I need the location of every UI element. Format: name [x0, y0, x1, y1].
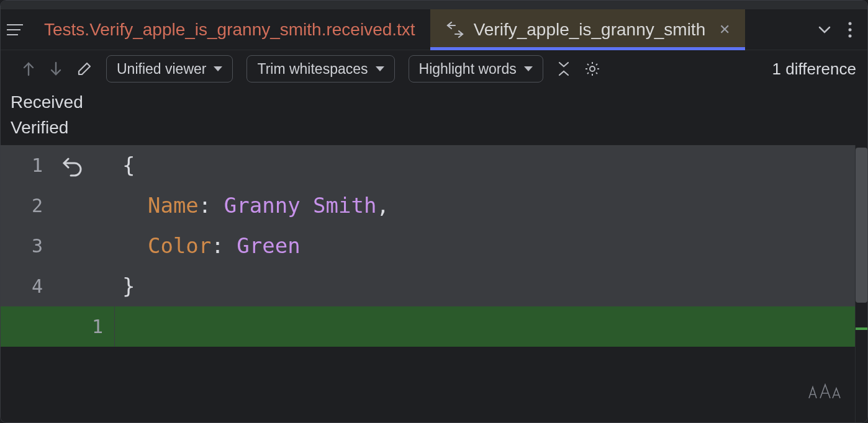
verified-label: Verified [11, 115, 867, 141]
collapse-unchanged-icon[interactable] [557, 61, 571, 77]
json-key: Name [148, 193, 199, 218]
next-diff-icon[interactable] [49, 61, 63, 76]
scrollbar-marker-rail[interactable] [855, 145, 867, 422]
svg-point-5 [849, 22, 852, 25]
titlebar-spacer [1, 1, 867, 9]
diff-count-label: 1 difference [772, 60, 856, 79]
json-key: Color [148, 233, 211, 258]
code-line: 3 Color: Green [1, 226, 855, 266]
json-value: Green [237, 233, 300, 258]
brace-close: } [122, 274, 135, 298]
svg-point-6 [849, 28, 852, 31]
svg-point-7 [849, 34, 852, 37]
tab-received-file[interactable]: Tests.Verify_apple_is_granny_smith.recei… [29, 9, 430, 50]
code-area[interactable]: 1 { 2 Name: Granny Smith, [1, 145, 855, 422]
tab-label: Tests.Verify_apple_is_granny_smith.recei… [44, 20, 415, 40]
file-list-icon[interactable] [1, 9, 29, 50]
tab-verify-diff[interactable]: Verify_apple_is_granny_smith ✕ [430, 9, 746, 50]
highlight-dropdown[interactable]: Highlight words [409, 55, 543, 82]
tab-actions [802, 9, 867, 50]
line-number: 4 [32, 266, 43, 306]
code-line: 2 Name: Granny Smith, [1, 185, 855, 226]
dropdown-label: Unified viewer [117, 61, 206, 78]
svg-point-10 [590, 66, 595, 71]
close-icon[interactable]: ✕ [719, 23, 730, 37]
editor: 1 { 2 Name: Granny Smith, [1, 145, 867, 422]
code-line: 1 { [1, 145, 855, 185]
gutter: 1 [1, 306, 115, 347]
dropdown-label: Highlight words [419, 61, 517, 78]
dropdown-label: Trim whitespaces [257, 61, 368, 78]
chevron-down-icon [376, 66, 384, 71]
rollback-icon[interactable] [58, 154, 83, 177]
brace-open: { [122, 153, 135, 177]
more-vertical-icon[interactable] [848, 21, 852, 38]
prev-diff-icon[interactable] [22, 61, 35, 76]
scrollbar-thumb[interactable] [856, 148, 867, 303]
chevron-down-icon [214, 66, 222, 71]
line-number: 1 [92, 306, 103, 347]
edit-icon[interactable] [76, 61, 93, 77]
diff-toolbar: Unified viewer Trim whitespaces Highligh… [1, 50, 867, 87]
diff-icon [445, 22, 465, 38]
chevron-down-icon [524, 66, 533, 71]
line-number: 3 [32, 226, 43, 266]
panel-labels: Received Verified [1, 87, 867, 145]
code-line: 4 } [1, 266, 855, 306]
tab-label: Verify_apple_is_granny_smith [474, 20, 706, 40]
code-line-added: 1 [1, 306, 855, 347]
viewer-mode-dropdown[interactable]: Unified viewer [106, 55, 233, 82]
json-value: Granny Smith [224, 193, 377, 218]
diff-marker-added[interactable] [856, 327, 867, 330]
line-number: 2 [32, 185, 43, 226]
diff-window: Tests.Verify_apple_is_granny_smith.recei… [0, 0, 868, 423]
whitespace-dropdown[interactable]: Trim whitespaces [246, 55, 394, 82]
line-number: 1 [32, 145, 43, 185]
gear-icon[interactable] [584, 61, 600, 77]
font-presentation-icon[interactable] [807, 373, 841, 414]
chevron-down-icon[interactable] [816, 22, 833, 38]
tab-bar: Tests.Verify_apple_is_granny_smith.recei… [1, 9, 867, 50]
received-label: Received [11, 90, 867, 115]
